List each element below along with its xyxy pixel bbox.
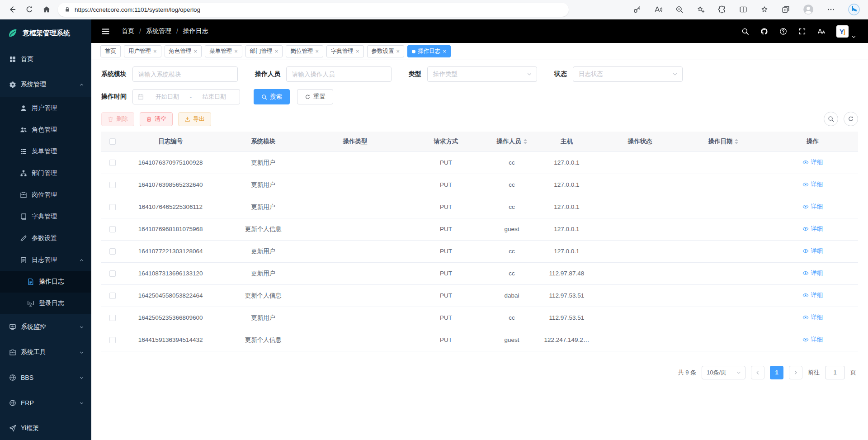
tab-close-icon[interactable]: × xyxy=(153,48,157,54)
sidebar-item-dept-mgmt[interactable]: 部门管理 xyxy=(0,162,91,184)
search-icon[interactable] xyxy=(741,28,749,35)
detail-link[interactable]: 详细 xyxy=(802,247,823,255)
next-page-button[interactable] xyxy=(789,366,802,379)
sidebar-item-param-settings[interactable]: 参数设置 xyxy=(0,227,91,249)
tab-user-mgmt[interactable]: 用户管理× xyxy=(124,45,161,57)
column-header[interactable]: 操作日期 xyxy=(679,132,767,151)
toggle-search-button[interactable] xyxy=(824,112,838,126)
sidebar-item-post-mgmt[interactable]: 岗位管理 xyxy=(0,184,91,206)
row-checkbox[interactable] xyxy=(109,160,116,166)
tab-dept-mgmt[interactable]: 部门管理× xyxy=(245,45,283,57)
row-checkbox[interactable] xyxy=(109,226,116,232)
breadcrumb-item[interactable]: 首页 xyxy=(122,27,134,35)
detail-link[interactable]: 详细 xyxy=(802,269,823,277)
sidebar-item-sys-tools[interactable]: 系统工具 xyxy=(0,340,91,365)
tab-role-mgmt[interactable]: 角色管理× xyxy=(165,45,202,57)
detail-link[interactable]: 详细 xyxy=(802,336,823,344)
user-avatar[interactable]: Y j xyxy=(836,25,849,38)
sidebar-toggle-icon[interactable] xyxy=(101,27,110,36)
sidebar-item-system-mgmt[interactable]: 系统管理 xyxy=(0,72,91,97)
column-header[interactable]: 操作人员 xyxy=(491,132,533,151)
status-select[interactable]: 日志状态 xyxy=(573,66,683,82)
tab-dict-mgmt[interactable]: 字典管理× xyxy=(326,45,364,57)
row-checkbox[interactable] xyxy=(109,315,116,321)
browser-url-bar[interactable]: https://ccnetcore.com:1101/system/log/op… xyxy=(58,3,569,17)
sidebar-item-home[interactable]: 首页 xyxy=(0,47,91,72)
tab-close-icon[interactable]: × xyxy=(194,48,198,54)
tab-oper-log[interactable]: 操作日志× xyxy=(407,45,451,57)
goto-page-input[interactable] xyxy=(825,366,845,379)
font-size-icon[interactable] xyxy=(817,28,825,35)
row-checkbox[interactable] xyxy=(109,337,116,343)
detail-link[interactable]: 详细 xyxy=(802,158,823,166)
row-checkbox[interactable] xyxy=(109,182,116,188)
export-icon xyxy=(184,116,190,122)
collections-icon[interactable] xyxy=(782,5,790,14)
tab-menu-mgmt[interactable]: 菜单管理× xyxy=(205,45,242,57)
question-icon[interactable] xyxy=(779,28,787,35)
breadcrumb-item[interactable]: 系统管理 xyxy=(146,27,171,35)
sidebar-item-bbs[interactable]: BBS xyxy=(0,365,91,390)
sidebar-item-log-mgmt[interactable]: 日志管理 xyxy=(0,249,91,271)
prev-page-button[interactable] xyxy=(751,366,764,379)
github-icon[interactable] xyxy=(760,28,768,35)
type-select[interactable]: 操作类型 xyxy=(427,66,537,82)
sidebar-item-oper-log[interactable]: 操作日志 xyxy=(0,271,91,293)
delete-button[interactable]: 删除 xyxy=(101,112,134,126)
bing-icon[interactable] xyxy=(848,4,860,15)
tab-home[interactable]: 首页 xyxy=(100,45,121,57)
current-page[interactable]: 1 xyxy=(770,366,783,379)
read-aloud-icon[interactable] xyxy=(654,5,662,14)
detail-link[interactable]: 详细 xyxy=(802,180,823,189)
key-icon[interactable] xyxy=(633,5,641,14)
refresh-table-button[interactable] xyxy=(844,112,858,126)
tab-close-icon[interactable]: × xyxy=(396,48,400,54)
module-input[interactable] xyxy=(132,66,238,82)
detail-link[interactable]: 详细 xyxy=(802,225,823,233)
clear-button[interactable]: 清空 xyxy=(140,112,173,126)
operator-input[interactable] xyxy=(286,66,392,82)
extensions-icon[interactable] xyxy=(718,5,726,14)
sort-caret-icon[interactable] xyxy=(524,139,527,144)
reload-icon[interactable] xyxy=(25,5,33,14)
tab-close-icon[interactable]: × xyxy=(234,48,238,54)
tab-close-icon[interactable]: × xyxy=(443,48,446,54)
select-all-checkbox[interactable] xyxy=(109,138,116,145)
split-screen-icon[interactable] xyxy=(739,5,747,14)
export-button[interactable]: 导出 xyxy=(178,112,211,126)
profile-avatar-icon[interactable] xyxy=(803,4,814,15)
reset-button[interactable]: 重置 xyxy=(297,89,333,104)
sidebar-item-menu-mgmt[interactable]: 菜单管理 xyxy=(0,141,91,162)
sidebar-item-role-mgmt[interactable]: 角色管理 xyxy=(0,119,91,141)
fullscreen-icon[interactable] xyxy=(798,28,806,35)
tab-post-mgmt[interactable]: 岗位管理× xyxy=(286,45,323,57)
detail-link[interactable]: 详细 xyxy=(802,291,823,299)
detail-link[interactable]: 详细 xyxy=(802,313,823,322)
sort-caret-icon[interactable] xyxy=(735,139,738,144)
row-checkbox[interactable] xyxy=(109,293,116,299)
back-icon[interactable] xyxy=(8,5,16,14)
search-button[interactable]: 搜索 xyxy=(254,89,290,104)
home-icon[interactable] xyxy=(42,5,51,14)
date-range-picker[interactable]: 开始日期 - 结束日期 xyxy=(132,89,240,104)
favorites-add-icon[interactable] xyxy=(697,5,705,14)
chevron-down-icon[interactable] xyxy=(851,34,856,39)
row-checkbox[interactable] xyxy=(109,248,116,255)
row-checkbox[interactable] xyxy=(109,270,116,277)
sidebar-item-sys-monitor[interactable]: 系统监控 xyxy=(0,314,91,340)
sidebar-item-user-mgmt[interactable]: 用户管理 xyxy=(0,97,91,119)
zoom-out-icon[interactable] xyxy=(675,5,684,14)
sidebar-item-dict-mgmt[interactable]: 字典管理 xyxy=(0,206,91,227)
more-icon[interactable] xyxy=(827,5,835,14)
favorites-icon[interactable] xyxy=(760,5,769,14)
tab-close-icon[interactable]: × xyxy=(315,48,319,54)
sidebar-item-login-log[interactable]: 登录日志 xyxy=(0,293,91,314)
tab-close-icon[interactable]: × xyxy=(356,48,359,54)
tab-param-settings[interactable]: 参数设置× xyxy=(367,45,405,57)
sidebar-item-erp[interactable]: ERP xyxy=(0,390,91,416)
page-size-select[interactable]: 10条/页 xyxy=(702,366,745,379)
row-checkbox[interactable] xyxy=(109,204,116,210)
detail-link[interactable]: 详细 xyxy=(802,203,823,211)
sidebar-item-yi-framework[interactable]: Yi框架 xyxy=(0,416,91,440)
tab-close-icon[interactable]: × xyxy=(275,48,278,54)
